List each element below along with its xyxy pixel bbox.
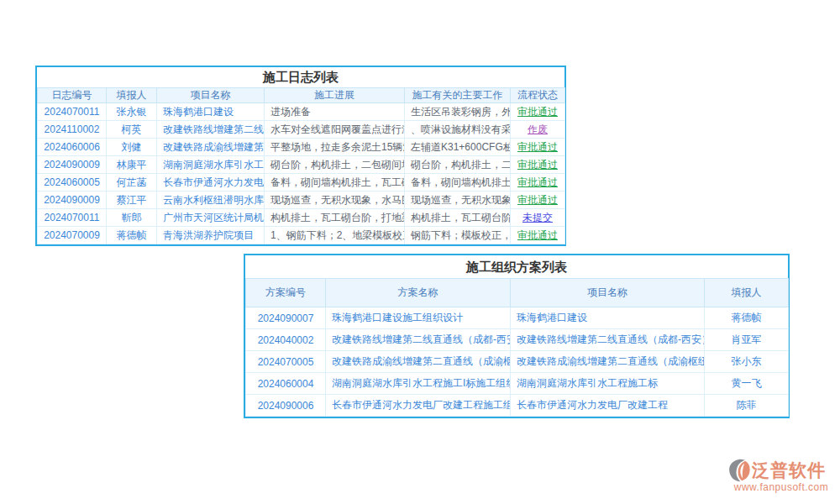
- plan-project-link[interactable]: 珠海鹤港口建设: [511, 307, 705, 329]
- log-mainwork-text: 钢筋下料；模板校正，清槽，抹防...: [405, 227, 511, 244]
- plan-name-link[interactable]: 湖南洞庭湖水库引水工程施工I标施工组织设计: [326, 373, 511, 395]
- log-mainwork-text: 构机排土，瓦工砌台阶，打地梁，...: [405, 209, 511, 227]
- column-header: 项目名称: [157, 88, 265, 103]
- plan-id-link[interactable]: 2024060004: [246, 373, 326, 395]
- table-row: 2024090009蔡江平云南水利枢纽潜明水库一期工程施工标现场巡查，无积水现象…: [38, 192, 565, 209]
- plan-project-link[interactable]: 改建铁路成渝线增建第二直通线（成渝枢纽）电力...: [511, 351, 705, 373]
- brand-url: www.fanpusoft.com: [727, 481, 835, 493]
- log-progress-text: 进场准备: [265, 103, 405, 121]
- log-progress-text: 水车对全线遮阳网覆盖点进行洒水抑制扬尘，...: [265, 121, 405, 139]
- log-reporter-link[interactable]: 何芷菡: [107, 174, 157, 192]
- plan-id-link[interactable]: 2024040002: [246, 329, 326, 351]
- table-row: 2024040002改建铁路线增建第二线直通线（成都-西安）电...改建铁路线增…: [246, 329, 789, 351]
- log-status-link[interactable]: 审批通过: [511, 227, 565, 244]
- log-project-link[interactable]: 长春市伊通河水力发电厂改建工程: [157, 174, 265, 192]
- log-project-link[interactable]: 改建铁路成渝线增建第二直通线（成...: [157, 139, 265, 156]
- plan-reporter-link[interactable]: 张小东: [705, 351, 789, 373]
- log-progress-text: 现场巡查，无积水现象，水马围壁等未发现损...: [265, 192, 405, 209]
- table-row: 2024070009蒋德帧青海洪湖养护院项目1、钢筋下料；2、地梁模板校正；3、…: [38, 227, 565, 244]
- log-id-link[interactable]: 2024070009: [38, 227, 107, 244]
- plan-project-link[interactable]: 长春市伊通河水力发电厂改建工程: [511, 395, 705, 417]
- log-project-link[interactable]: 珠海鹤港口建设: [157, 103, 265, 121]
- construction-log-table-card: 施工日志列表 日志编号填报人项目名称施工进展施工有关的主要工作流程状态 2024…: [35, 66, 566, 246]
- column-header: 方案名称: [326, 279, 511, 307]
- log-id-link[interactable]: 2024110002: [38, 121, 107, 139]
- table-row: 2024060005何芷菡长春市伊通河水力发电厂改建工程备料，砌间墙构机排土，瓦…: [38, 174, 565, 192]
- log-status-link[interactable]: 未提交: [511, 209, 565, 227]
- plan-project-link[interactable]: 湖南洞庭湖水库引水工程施工标: [511, 373, 705, 395]
- table-row: 2024060004湖南洞庭湖水库引水工程施工I标施工组织设计湖南洞庭湖水库引水…: [246, 373, 789, 395]
- construction-plan-table: 方案编号方案名称项目名称填报人 2024090007珠海鹤港口建设施工组织设计珠…: [245, 278, 789, 417]
- plan-project-link[interactable]: 改建铁路线增建第二线直通线（成都-西安）电力线...: [511, 329, 705, 351]
- table-row: 2024070005改建铁路成渝线增建第二直通线（成渝枢纽）电...改建铁路成渝…: [246, 351, 789, 373]
- plan-reporter-link[interactable]: 陈菲: [705, 395, 789, 417]
- plan-reporter-link[interactable]: 黄一飞: [705, 373, 789, 395]
- log-reporter-link[interactable]: 林康平: [107, 156, 157, 174]
- log-progress-text: 砌台阶，构机排土，二包砌间墙，晚间加班运料: [265, 156, 405, 174]
- log-progress-text: 备料，砌间墙构机排土，瓦工砌台阶，打地梁...: [265, 174, 405, 192]
- log-reporter-link[interactable]: 靳郎: [107, 209, 157, 227]
- table-row: 2024090007珠海鹤港口建设施工组织设计珠海鹤港口建设蒋德帧: [246, 307, 789, 329]
- log-status-link[interactable]: 作废: [511, 121, 565, 139]
- log-project-link[interactable]: 青海洪湖养护院项目: [157, 227, 265, 244]
- brand-name: 泛普软件: [752, 458, 826, 483]
- log-id-link[interactable]: 2024090009: [38, 156, 107, 174]
- table-row: 2024090009林康平湖南洞庭湖水库引水工程施工标砌台阶，构机排土，二包砌间…: [38, 156, 565, 174]
- plan-name-link[interactable]: 改建铁路线增建第二线直通线（成都-西安）电...: [326, 329, 511, 351]
- table-row: 2024070011张永银珠海鹤港口建设进场准备生活区吊装彩钢房，外墙自卸吊一.…: [38, 103, 565, 121]
- log-mainwork-text: 生活区吊装彩钢房，外墙自卸吊一...: [405, 103, 511, 121]
- log-id-link[interactable]: 2024070011: [38, 103, 107, 121]
- log-progress-text: 平整场地，拉走多余泥土15辆泥头车，围蔽板...: [265, 139, 405, 156]
- log-id-link[interactable]: 2024060006: [38, 139, 107, 156]
- log-mainwork-text: 现场巡查，无积水现象，水马围壁...: [405, 192, 511, 209]
- log-project-link[interactable]: 改建铁路线增建第二线直通线（成都-...: [157, 121, 265, 139]
- table-row: 2024110002柯英改建铁路线增建第二线直通线（成都-...水车对全线遮阳网…: [38, 121, 565, 139]
- log-table-header-row: 日志编号填报人项目名称施工进展施工有关的主要工作流程状态: [38, 88, 565, 103]
- plan-name-link[interactable]: 改建铁路成渝线增建第二直通线（成渝枢纽）电...: [326, 351, 511, 373]
- log-status-link[interactable]: 审批通过: [511, 192, 565, 209]
- construction-log-table: 日志编号填报人项目名称施工进展施工有关的主要工作流程状态 2024070011张…: [37, 87, 565, 244]
- column-header: 项目名称: [511, 279, 705, 307]
- log-mainwork-text: 、喷淋设施材料没有采购到位，暂...: [405, 121, 511, 139]
- plan-reporter-link[interactable]: 蒋德帧: [705, 307, 789, 329]
- log-project-link[interactable]: 云南水利枢纽潜明水库一期工程施工标: [157, 192, 265, 209]
- plan-id-link[interactable]: 2024090006: [246, 395, 326, 417]
- log-project-link[interactable]: 湖南洞庭湖水库引水工程施工标: [157, 156, 265, 174]
- page: 施工日志列表 日志编号填报人项目名称施工进展施工有关的主要工作流程状态 2024…: [0, 0, 840, 504]
- log-status-link[interactable]: 审批通过: [511, 103, 565, 121]
- column-header: 填报人: [705, 279, 789, 307]
- plan-name-link[interactable]: 长春市伊通河水力发电厂改建工程施工组织设计: [326, 395, 511, 417]
- log-project-link[interactable]: 广州市天河区统计局机房改造项目: [157, 209, 265, 227]
- plan-name-link[interactable]: 珠海鹤港口建设施工组织设计: [326, 307, 511, 329]
- log-progress-text: 构机排土，瓦工砌台阶，打地梁，只模板，砌...: [265, 209, 405, 227]
- log-mainwork-text: 左辅道K31+600CFG桩班组4人组装...: [405, 139, 511, 156]
- log-mainwork-text: 砌台阶，构机排土，二包砌间墙，...: [405, 156, 511, 174]
- plan-table-title: 施工组织方案列表: [245, 255, 788, 278]
- log-reporter-link[interactable]: 张永银: [107, 103, 157, 121]
- plan-id-link[interactable]: 2024090007: [246, 307, 326, 329]
- table-row: 2024070011靳郎广州市天河区统计局机房改造项目构机排土，瓦工砌台阶，打地…: [38, 209, 565, 227]
- log-id-link[interactable]: 2024060005: [38, 174, 107, 192]
- log-progress-text: 1、钢筋下料；2、地梁模板校正；3、22#南侧...: [265, 227, 405, 244]
- log-reporter-link[interactable]: 刘健: [107, 139, 157, 156]
- log-reporter-link[interactable]: 蒋德帧: [107, 227, 157, 244]
- log-status-link[interactable]: 审批通过: [511, 156, 565, 174]
- column-header: 方案编号: [246, 279, 326, 307]
- plan-reporter-link[interactable]: 肖亚军: [705, 329, 789, 351]
- column-header: 流程状态: [511, 88, 565, 103]
- table-row: 2024060006刘健改建铁路成渝线增建第二直通线（成...平整场地，拉走多余…: [38, 139, 565, 156]
- log-status-link[interactable]: 审批通过: [511, 174, 565, 192]
- log-reporter-link[interactable]: 柯英: [107, 121, 157, 139]
- log-status-link[interactable]: 审批通过: [511, 139, 565, 156]
- fanpu-watermark: 泛普软件 www.fanpusoft.com: [727, 458, 835, 493]
- table-row: 2024090006长春市伊通河水力发电厂改建工程施工组织设计长春市伊通河水力发…: [246, 395, 789, 417]
- log-id-link[interactable]: 2024090009: [38, 192, 107, 209]
- log-reporter-link[interactable]: 蔡江平: [107, 192, 157, 209]
- log-id-link[interactable]: 2024070011: [38, 209, 107, 227]
- fanpu-logo-icon: [727, 458, 752, 483]
- plan-id-link[interactable]: 2024070005: [246, 351, 326, 373]
- plan-table-header-row: 方案编号方案名称项目名称填报人: [246, 279, 789, 307]
- construction-plan-table-card: 施工组织方案列表 方案编号方案名称项目名称填报人 2024090007珠海鹤港口…: [244, 254, 790, 418]
- column-header: 施工有关的主要工作: [405, 88, 511, 103]
- log-table-title: 施工日志列表: [37, 67, 564, 87]
